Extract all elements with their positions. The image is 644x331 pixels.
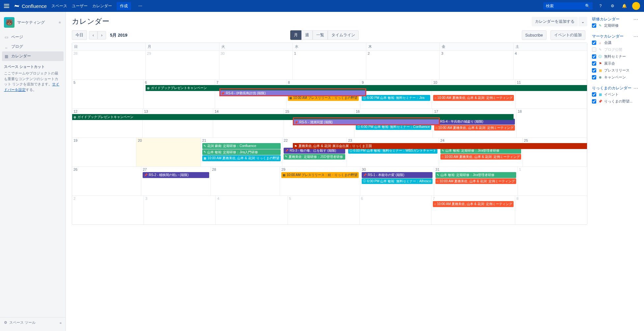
add-calendar-button[interactable]: カレンダーを追加する <box>532 17 578 26</box>
day-cell[interactable]: 5 <box>72 80 144 108</box>
view-week-button[interactable]: 週 <box>301 30 313 40</box>
calendar-event[interactable]: ▦10:00 AM プレスリリース：続・りっくまの野望 <box>281 172 359 178</box>
sidebar-item-pages[interactable]: ▭ページ <box>0 32 66 42</box>
nav-users[interactable]: ユーザー <box>72 3 88 9</box>
day-cell[interactable]: 20 <box>136 138 201 166</box>
star-icon[interactable]: ★ <box>58 20 62 25</box>
group-menu-icon[interactable]: ⋯ <box>633 17 638 22</box>
day-cell[interactable]: 6 <box>144 80 215 108</box>
calendar-event[interactable]: ✎山本 敏裕: 定期研修：Jira入門研修 <box>202 149 281 155</box>
day-cell[interactable]: 2 <box>366 51 440 79</box>
cal-item-training[interactable]: ✎定期研修 <box>592 22 638 29</box>
day-cell[interactable]: 28 <box>72 51 146 79</box>
day-cell[interactable]: 6 <box>360 196 432 225</box>
day-cell[interactable]: 30📌RS-1 - 本能寺の変 (期限)ⓘ6:00 PM 山本 敏裕: 無料セミ… <box>360 167 434 196</box>
day-cell[interactable]: 31✎山本 敏裕: 定期研修：Jira管理者研修⌂10:00 AM 夏橋美佐, … <box>434 167 518 196</box>
calendar-event[interactable]: ⌂10:00 AM 夏橋美佐, 山本 & 花渕: 定例ミーティング <box>433 201 514 207</box>
sidebar-item-calendar[interactable]: ▦カレンダー <box>2 51 64 61</box>
calendar-event[interactable]: ⓘ6:00 PM 山本 敏裕: 無料セミナー：Alfresco <box>362 178 432 184</box>
search-input[interactable] <box>546 4 585 8</box>
brand[interactable]: Confluence <box>14 3 47 9</box>
day-cell[interactable]: 4 <box>514 51 587 79</box>
calendar-event[interactable]: ⌂10:00 AM 夏橋美佐, 山本 & 花渕: 定例ミーティング <box>434 125 515 131</box>
calendar-span-event[interactable]: 📌RS-5 - 清洲同盟 (期限) <box>293 119 440 125</box>
day-cell[interactable]: 9ⓘ6:00 PM 山本 敏裕: 無料セミナー：Jira <box>360 80 432 108</box>
collapse-sidebar-icon[interactable]: « <box>60 321 62 325</box>
cal-item-seminar[interactable]: ⓘ無料セミナー <box>592 53 638 60</box>
nav-spaces[interactable]: スペース <box>51 3 67 9</box>
today-button[interactable]: 今日 <box>72 30 87 40</box>
cal-item-blog[interactable]: ✎ブログ公開 <box>592 46 638 53</box>
day-cell[interactable]: 13 <box>143 109 213 137</box>
sidebar-item-blog[interactable]: ,,ブログ <box>0 42 66 51</box>
day-cell[interactable]: 8 <box>515 196 587 225</box>
space-logo[interactable]: 🐻 <box>4 17 14 28</box>
user-avatar[interactable] <box>632 2 640 10</box>
day-cell[interactable]: 27📌RS-2 - 桶狭間の戦い (期限) <box>141 167 210 196</box>
day-cell[interactable]: 5 <box>288 196 360 225</box>
calendar-event[interactable]: ▦10:00 AM 夏橋美佐, 山本 & 花渕: りっくまの野望 <box>202 155 281 161</box>
group-marketing-title[interactable]: マーケカレンダー <box>592 34 624 39</box>
day-cell[interactable]: 14 <box>213 109 284 137</box>
create-button[interactable]: 作成 <box>117 2 131 10</box>
sidebar-footer[interactable]: ⚙ スペース ツール « <box>0 317 66 328</box>
menu-icon[interactable] <box>4 4 9 8</box>
day-cell[interactable]: 7⌂10:00 AM 夏橋美佐, 山本 & 花渕: 定例ミーティング <box>432 196 515 225</box>
calendar-event[interactable]: ⌂10:00 AM 夏橋美佐, 山本 & 花渕: 定例ミーティング <box>433 95 514 101</box>
cal-item-press[interactable]: ▦プレスリリース <box>592 67 638 74</box>
group-rikkuma-title[interactable]: りっくまのカレンダー <box>592 85 631 91</box>
day-cell[interactable]: 17📌RS-4 - 半兵衛の城盗り (期限)⌂10:00 AM 夏橋美佐, 山本… <box>433 109 517 137</box>
day-cell[interactable]: 28 <box>211 167 280 196</box>
cal-item-event[interactable]: ▦イベント <box>592 91 638 98</box>
view-month-button[interactable]: 月 <box>290 30 301 40</box>
day-cell[interactable]: 25 <box>523 138 587 166</box>
add-event-button[interactable]: イベントの追加 <box>550 30 585 40</box>
day-cell[interactable]: 19 <box>72 138 136 166</box>
nav-calendar[interactable]: カレンダー <box>92 3 112 9</box>
day-cell[interactable]: 10⌂10:00 AM 夏橋美佐, 山本 & 花渕: 定例ミーティング <box>432 80 516 108</box>
group-menu-icon[interactable]: ⋯ <box>633 34 638 39</box>
subscribe-button[interactable]: Subscribe <box>522 30 546 40</box>
search-box[interactable]: 🔍 <box>543 2 593 10</box>
calendar-event[interactable]: ✎夏橋美佐: 定期研修：JSD管理者研修 <box>284 154 345 160</box>
more-menu-icon[interactable]: ⋯ <box>136 2 145 10</box>
day-cell[interactable]: 11 <box>516 80 587 108</box>
add-calendar-chevron[interactable]: ⌄ <box>578 17 587 26</box>
view-list-button[interactable]: 一覧 <box>313 30 328 40</box>
group-menu-icon[interactable]: ⋯ <box>633 86 638 91</box>
prev-button[interactable]: ‹ <box>89 31 98 40</box>
day-cell[interactable]: 3 <box>144 196 216 225</box>
day-cell[interactable]: 3 <box>440 51 513 79</box>
day-cell[interactable]: 26 <box>72 167 141 196</box>
day-cell[interactable]: 18 <box>517 109 587 137</box>
calendar-span-event[interactable]: ⚑夏橋美佐, 山本 & 花渕: 展示会出展：りっくま王国 <box>293 143 587 149</box>
calendar-event[interactable]: 📌RS-1 - 本能寺の変 (期限) <box>362 172 432 178</box>
cal-item-ambition[interactable]: 📌りっくまの野望... <box>592 98 638 105</box>
day-cell[interactable]: 29▦10:00 AM プレスリリース：続・りっくまの野望 <box>280 167 360 196</box>
cal-item-campaign[interactable]: ⊗キャンペーン <box>592 74 638 81</box>
day-cell[interactable]: 21✎花渕 麻南: 定期研修：Confluence✎山本 敏裕: 定期研修：Ji… <box>201 138 282 166</box>
help-icon[interactable]: ? <box>597 2 604 10</box>
day-cell[interactable]: 12 <box>72 109 143 137</box>
day-cell[interactable]: 24✎山本 敏裕: 定期研修：Jira管理者研修⌂10:00 AM 夏橋美佐, … <box>439 138 523 166</box>
calendar-event[interactable]: 📌RS-2 - 桶狭間の戦い (期限) <box>143 172 209 178</box>
cal-item-exhibition[interactable]: ⚑展示会 <box>592 60 638 67</box>
day-cell[interactable]: 1 <box>293 51 366 79</box>
day-cell[interactable]: 4 <box>216 196 288 225</box>
day-cell[interactable]: 22📌RS-3 - 蝮の毒、己を殺す (期限)✎夏橋美佐: 定期研修：JSD管理… <box>282 138 347 166</box>
space-name[interactable]: マーケティング <box>17 20 55 25</box>
day-cell[interactable]: 29 <box>146 51 219 79</box>
day-cell[interactable]: 30 <box>219 51 293 79</box>
calendar-event[interactable]: ⓘ6:00 PM 山本 敏裕: 無料セミナー：Jira <box>362 95 430 101</box>
calendar-event[interactable]: ⌂10:00 AM 夏橋美佐, 山本 & 花渕: 定例ミーティング <box>435 178 516 184</box>
settings-icon[interactable]: ⚙ <box>608 2 616 10</box>
calendar-event[interactable]: ⌂10:00 AM 夏橋美佐, 山本 & 花渕: 定例ミーティング <box>440 154 521 160</box>
calendar-span-event[interactable]: ⊗ガイドブックプレゼントキャンペーン <box>146 85 587 91</box>
group-training-title[interactable]: 研修カレンダー <box>592 16 620 22</box>
cal-item-meeting[interactable]: ⌂会議 <box>592 39 638 46</box>
calendar-span-event[interactable]: 📌RS-6 - 伊勢長島討伐 (期限) <box>219 90 367 96</box>
calendar-event[interactable]: ✎花渕 麻南: 定期研修：Confluence <box>202 143 281 149</box>
notifications-icon[interactable]: 🔔 <box>620 2 628 10</box>
day-cell[interactable]: 23ⓘ6:00 PM 山本 敏裕: 無料セミナー：WBSガントチャート <box>347 138 439 166</box>
day-cell[interactable]: 2 <box>72 196 144 225</box>
